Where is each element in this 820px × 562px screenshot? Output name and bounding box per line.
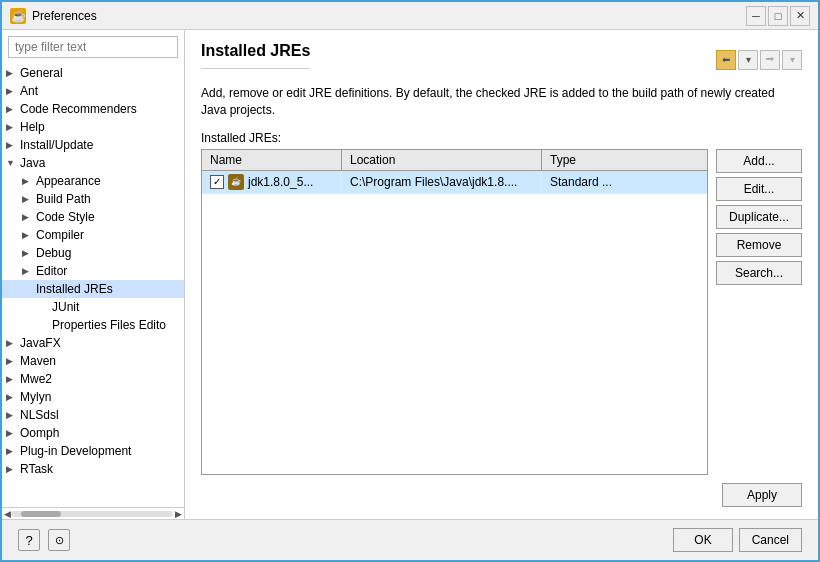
sidebar-item-install-update[interactable]: ▶ Install/Update — [2, 136, 184, 154]
table-row[interactable]: ✓ ☕ jdk1.8.0_5... C:\Program Files\Java\… — [202, 171, 707, 194]
forward-dropdown-button[interactable]: ▾ — [782, 50, 802, 70]
chevron-right-icon: ▶ — [6, 428, 18, 438]
minimize-button[interactable]: ─ — [746, 6, 766, 26]
installed-jres-label: Installed JREs: — [201, 131, 802, 145]
chevron-right-icon: ▶ — [6, 68, 18, 78]
chevron-right-icon: ▶ — [6, 86, 18, 96]
close-button[interactable]: ✕ — [790, 6, 810, 26]
column-header-name: Name — [202, 150, 342, 170]
chevron-down-icon: ▼ — [6, 158, 18, 168]
scroll-right-btn[interactable]: ▶ — [175, 509, 182, 519]
chevron-right-icon: ▶ — [6, 356, 18, 366]
chevron-right-icon: ▶ — [22, 248, 34, 258]
chevron-right-icon: ▶ — [6, 446, 18, 456]
content-area: ▶ General ▶ Ant ▶ Code Recommenders ▶ He… — [2, 30, 818, 519]
sidebar-item-mylyn[interactable]: ▶ Mylyn — [2, 388, 184, 406]
cancel-button[interactable]: Cancel — [739, 528, 802, 552]
footer-left: ? ⊙ — [18, 529, 70, 551]
window-title: Preferences — [32, 9, 97, 23]
cell-name: ✓ ☕ jdk1.8.0_5... — [202, 171, 342, 193]
remove-button[interactable]: Remove — [716, 233, 802, 257]
column-header-location: Location — [342, 150, 542, 170]
action-buttons: Add... Edit... Duplicate... Remove Searc… — [716, 149, 802, 475]
app-icon: ☕ — [10, 8, 26, 24]
filter-input[interactable] — [8, 36, 178, 58]
jre-table: Name Location Type ✓ ☕ jdk1.8.0_5... C:\… — [201, 149, 708, 475]
chevron-right-icon: ▶ — [6, 410, 18, 420]
apply-row: Apply — [201, 483, 802, 507]
sidebar-item-installed-jres[interactable]: ▶ Installed JREs — [2, 280, 184, 298]
sidebar-item-rtask[interactable]: ▶ RTask — [2, 460, 184, 478]
sidebar-item-properties-files[interactable]: ▶ Properties Files Edito — [2, 316, 184, 334]
cell-type: Standard ... — [542, 172, 707, 192]
nav-icons: ⬅ ▾ ⮕ ▾ — [716, 50, 802, 70]
titlebar: ☕ Preferences ─ □ ✕ — [2, 2, 818, 30]
jre-icon: ☕ — [228, 174, 244, 190]
help-icon[interactable]: ? — [18, 529, 40, 551]
footer-right: OK Cancel — [673, 528, 802, 552]
chevron-right-icon: ▶ — [6, 338, 18, 348]
table-header: Name Location Type — [202, 150, 707, 171]
back-button[interactable]: ⬅ — [716, 50, 736, 70]
sidebar-item-code-style[interactable]: ▶ Code Style — [2, 208, 184, 226]
main-description: Add, remove or edit JRE definitions. By … — [201, 85, 802, 119]
dropdown-button[interactable]: ▾ — [738, 50, 758, 70]
chevron-right-icon: ▶ — [22, 176, 34, 186]
chevron-right-icon: ▶ — [6, 122, 18, 132]
forward-button[interactable]: ⮕ — [760, 50, 780, 70]
titlebar-left: ☕ Preferences — [10, 8, 97, 24]
sidebar: ▶ General ▶ Ant ▶ Code Recommenders ▶ He… — [2, 30, 185, 519]
sidebar-item-code-recommenders[interactable]: ▶ Code Recommenders — [2, 100, 184, 118]
sidebar-item-javafx[interactable]: ▶ JavaFX — [2, 334, 184, 352]
preferences-window: ☕ Preferences ─ □ ✕ ▶ General ▶ An — [0, 0, 820, 562]
sidebar-item-editor[interactable]: ▶ Editor — [2, 262, 184, 280]
chevron-right-icon: ▶ — [6, 374, 18, 384]
apply-button[interactable]: Apply — [722, 483, 802, 507]
chevron-right-icon: ▶ — [22, 212, 34, 222]
footer: ? ⊙ OK Cancel — [2, 519, 818, 560]
table-area: Name Location Type ✓ ☕ jdk1.8.0_5... C:\… — [201, 149, 802, 475]
sidebar-item-junit[interactable]: ▶ JUnit — [2, 298, 184, 316]
table-body: ✓ ☕ jdk1.8.0_5... C:\Program Files\Java\… — [202, 171, 707, 474]
jre-checkbox[interactable]: ✓ — [210, 175, 224, 189]
sidebar-item-general[interactable]: ▶ General — [2, 64, 184, 82]
sidebar-item-nlsdsl[interactable]: ▶ NLSdsl — [2, 406, 184, 424]
sidebar-item-debug[interactable]: ▶ Debug — [2, 244, 184, 262]
tree: ▶ General ▶ Ant ▶ Code Recommenders ▶ He… — [2, 64, 184, 507]
chevron-right-icon: ▶ — [6, 392, 18, 402]
sidebar-item-oomph[interactable]: ▶ Oomph — [2, 424, 184, 442]
sidebar-item-help[interactable]: ▶ Help — [2, 118, 184, 136]
window-controls: ─ □ ✕ — [746, 6, 810, 26]
main-panel: Installed JREs ⬅ ▾ ⮕ ▾ Add, remove or ed… — [185, 30, 818, 519]
page-title: Installed JREs — [201, 42, 310, 69]
ok-button[interactable]: OK — [673, 528, 732, 552]
chevron-right-icon: ▶ — [6, 140, 18, 150]
sidebar-item-appearance[interactable]: ▶ Appearance — [2, 172, 184, 190]
edit-button[interactable]: Edit... — [716, 177, 802, 201]
add-button[interactable]: Add... — [716, 149, 802, 173]
column-header-type: Type — [542, 150, 707, 170]
cell-location: C:\Program Files\Java\jdk1.8.... — [342, 172, 542, 192]
main-header: Installed JREs ⬅ ▾ ⮕ ▾ — [201, 42, 802, 77]
search-button[interactable]: Search... — [716, 261, 802, 285]
sidebar-scrollbar[interactable]: ◀ ▶ — [2, 507, 184, 519]
sidebar-item-compiler[interactable]: ▶ Compiler — [2, 226, 184, 244]
chevron-right-icon: ▶ — [6, 104, 18, 114]
chevron-right-icon: ▶ — [22, 266, 34, 276]
preferences-link-icon[interactable]: ⊙ — [48, 529, 70, 551]
chevron-right-icon: ▶ — [22, 194, 34, 204]
sidebar-item-ant[interactable]: ▶ Ant — [2, 82, 184, 100]
scroll-left-btn[interactable]: ◀ — [4, 509, 11, 519]
duplicate-button[interactable]: Duplicate... — [716, 205, 802, 229]
sidebar-item-plugin-development[interactable]: ▶ Plug-in Development — [2, 442, 184, 460]
chevron-right-icon: ▶ — [22, 230, 34, 240]
scroll-track[interactable] — [11, 511, 173, 517]
scroll-thumb[interactable] — [21, 511, 61, 517]
sidebar-item-maven[interactable]: ▶ Maven — [2, 352, 184, 370]
sidebar-item-java[interactable]: ▼ Java — [2, 154, 184, 172]
chevron-right-icon: ▶ — [6, 464, 18, 474]
sidebar-item-mwe2[interactable]: ▶ Mwe2 — [2, 370, 184, 388]
sidebar-item-build-path[interactable]: ▶ Build Path — [2, 190, 184, 208]
maximize-button[interactable]: □ — [768, 6, 788, 26]
